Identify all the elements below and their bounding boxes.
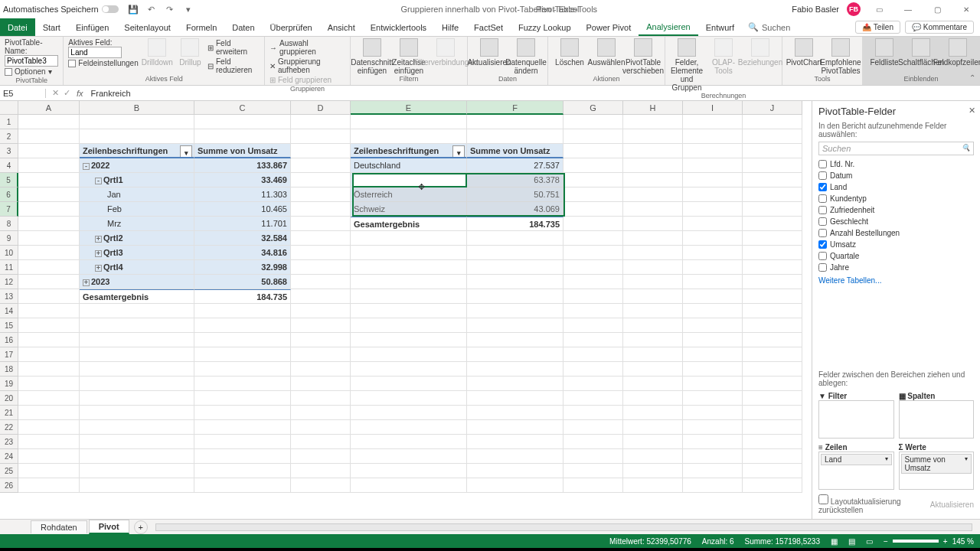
cell[interactable] — [291, 478, 351, 493]
cell[interactable] — [623, 464, 683, 478]
cell[interactable] — [194, 435, 291, 449]
pt1-row-header[interactable]: Zeilenbeschriftungen — [80, 144, 194, 158]
cell[interactable] — [683, 435, 743, 449]
cell[interactable] — [743, 377, 802, 391]
row-header-17[interactable]: 17 — [0, 347, 18, 362]
view-pagebreak-icon[interactable]: ▭ — [866, 537, 873, 546]
feldliste-button[interactable]: Feldliste — [867, 38, 901, 67]
cell[interactable] — [743, 478, 802, 493]
pt1-grand-label[interactable]: Gesamtergebnis — [80, 289, 194, 304]
zoom-out-icon[interactable]: − — [884, 537, 888, 546]
zoom-slider[interactable] — [893, 540, 939, 543]
cell[interactable] — [194, 420, 291, 435]
field-checkbox-datum[interactable]: Datum — [818, 170, 974, 181]
cell[interactable] — [351, 377, 467, 391]
cell[interactable] — [683, 449, 743, 464]
col-header-A[interactable]: A — [18, 101, 80, 115]
cell[interactable] — [467, 420, 564, 435]
cell[interactable] — [351, 420, 467, 435]
cell[interactable] — [18, 115, 80, 129]
cell[interactable] — [564, 246, 623, 260]
row-header-22[interactable]: 22 — [0, 420, 18, 435]
row-header-10[interactable]: 10 — [0, 246, 18, 260]
area-filter-drop[interactable] — [818, 400, 894, 439]
pt-options-button[interactable]: Optionen ▾ — [5, 67, 58, 77]
cell[interactable] — [743, 260, 802, 275]
aktualisieren-button[interactable]: Aktualisieren — [472, 38, 506, 67]
group-field-button[interactable]: ⊞ Feld gruppieren — [270, 75, 345, 85]
cell[interactable] — [467, 478, 564, 493]
col-header-C[interactable]: C — [194, 101, 291, 115]
cell[interactable] — [351, 289, 467, 304]
cell[interactable] — [351, 478, 467, 493]
cell[interactable] — [623, 129, 683, 144]
cell[interactable] — [291, 173, 351, 187]
cell[interactable] — [351, 406, 467, 420]
area-columns-drop[interactable] — [899, 400, 975, 439]
cell[interactable] — [291, 202, 351, 217]
cell[interactable] — [351, 333, 467, 347]
maximize-icon[interactable]: ▢ — [926, 0, 948, 18]
cell[interactable] — [743, 420, 802, 435]
pt2-row-label[interactable]: Frankreich — [351, 173, 467, 187]
tab-ansicht[interactable]: Ansicht — [320, 18, 363, 36]
view-pagelayout-icon[interactable]: ▤ — [848, 537, 855, 546]
cell[interactable] — [743, 304, 802, 318]
user-name[interactable]: Fabio Basler — [792, 5, 839, 14]
horizontal-scrollbar[interactable] — [155, 523, 972, 531]
cell[interactable] — [291, 158, 351, 173]
worksheet-grid[interactable]: ABCDEFGHIJ123ZeilenbeschriftungenSumme v… — [0, 101, 812, 519]
cell[interactable] — [743, 115, 802, 129]
cell[interactable] — [623, 202, 683, 217]
pt1-row-value[interactable]: 32.998 — [194, 260, 291, 275]
area-rows-drop[interactable]: Land — [818, 452, 894, 490]
add-sheet-icon[interactable]: + — [134, 520, 148, 534]
cell[interactable] — [351, 231, 467, 246]
cell[interactable] — [18, 289, 80, 304]
field-settings-button[interactable]: Feldeinstellungen — [68, 58, 138, 68]
cell[interactable] — [291, 231, 351, 246]
cell[interactable] — [564, 464, 623, 478]
cell[interactable] — [291, 347, 351, 362]
cell[interactable] — [291, 333, 351, 347]
cell[interactable] — [194, 406, 291, 420]
cell[interactable] — [18, 347, 80, 362]
cell[interactable] — [291, 420, 351, 435]
cell[interactable] — [291, 115, 351, 129]
cell[interactable] — [623, 347, 683, 362]
cell[interactable] — [291, 246, 351, 260]
cell[interactable] — [564, 144, 623, 158]
cell[interactable] — [564, 187, 623, 202]
cell[interactable] — [18, 464, 80, 478]
cell[interactable] — [80, 318, 194, 333]
row-header-1[interactable]: 1 — [0, 115, 18, 129]
cell[interactable] — [683, 406, 743, 420]
cell[interactable] — [564, 158, 623, 173]
cell[interactable] — [467, 231, 564, 246]
cell[interactable] — [623, 362, 683, 377]
cell[interactable] — [291, 449, 351, 464]
autosave-toggle[interactable]: Automatisches Speichern — [3, 5, 119, 14]
cell[interactable] — [18, 478, 80, 493]
cell[interactable] — [194, 333, 291, 347]
tab-ueberpruefen[interactable]: Überprüfen — [263, 18, 320, 36]
cell[interactable] — [683, 347, 743, 362]
zoom-level[interactable]: 145 % — [952, 537, 974, 546]
cell[interactable] — [683, 478, 743, 493]
cell[interactable] — [18, 217, 80, 231]
pt1-row-value[interactable]: 34.816 — [194, 246, 291, 260]
pt2-row-value[interactable]: 63.378 — [467, 173, 564, 187]
cell[interactable] — [623, 333, 683, 347]
cell[interactable] — [467, 449, 564, 464]
cell[interactable] — [743, 158, 802, 173]
pt2-grand-value[interactable]: 184.735 — [467, 217, 564, 231]
active-field-input[interactable] — [68, 47, 122, 58]
cell[interactable] — [291, 435, 351, 449]
cell[interactable] — [683, 260, 743, 275]
cell[interactable] — [80, 362, 194, 377]
pt-name-input[interactable] — [5, 55, 58, 67]
cell[interactable] — [683, 464, 743, 478]
cell[interactable] — [564, 347, 623, 362]
cell[interactable] — [743, 246, 802, 260]
cell[interactable] — [743, 449, 802, 464]
